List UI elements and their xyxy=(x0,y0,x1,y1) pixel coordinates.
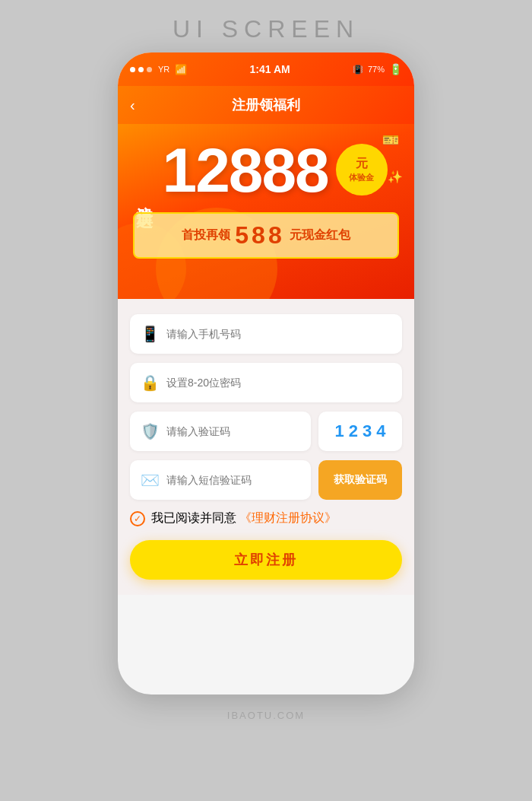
password-input-row: 🔒 xyxy=(130,363,402,402)
signal-dot-3 xyxy=(147,67,152,72)
status-right: 📳 77% 🔋 xyxy=(353,63,402,75)
sms-btn-label: 获取验证码 xyxy=(334,473,387,487)
hero-section: 🎫 🏵️ ✨ 注册送 12888 元 体验金 首投再领 588 元现金红包 xyxy=(118,124,414,299)
register-button[interactable]: 立即注册 xyxy=(130,540,402,580)
reg-label: 注册送 xyxy=(133,192,155,202)
big-number: 12888 xyxy=(163,139,328,202)
wifi-icon: 📶 xyxy=(175,64,187,75)
agreement-link[interactable]: 《理财注册协议》 xyxy=(239,511,337,524)
carrier-label: YR xyxy=(158,65,169,74)
banner-suffix: 元现金红包 xyxy=(290,227,350,243)
battery-icon: 🔋 xyxy=(389,63,402,75)
sms-input-container: ✉️ xyxy=(130,460,311,500)
signal-dot-2 xyxy=(138,67,144,72)
page-header: ‹ 注册领福利 xyxy=(118,86,414,124)
badge-sub-label: 体验金 xyxy=(349,172,374,183)
captcha-digit-2: 2 xyxy=(349,421,358,441)
badge-yuan-label: 元 xyxy=(356,156,368,172)
signal-dot-1 xyxy=(130,67,135,72)
captcha-verify-row: 🛡️ 1 2 3 4 xyxy=(130,412,402,451)
battery-label: 77% xyxy=(368,65,385,74)
captcha-input-container: 🛡️ xyxy=(130,412,311,451)
phone-frame: YR 📶 1:41 AM 📳 77% 🔋 ‹ 注册领福利 🎫 🏵️ ✨ 注册送 xyxy=(118,52,414,695)
bluetooth-icon: 📳 xyxy=(353,65,363,75)
bottom-watermark: IBAOTU.COM xyxy=(227,710,305,721)
phone-icon: 📱 xyxy=(141,325,157,343)
captcha-input[interactable] xyxy=(166,425,300,437)
banner-prefix: 首投再领 xyxy=(182,227,230,243)
register-btn-label: 立即注册 xyxy=(234,551,298,569)
experience-badge: 元 体验金 xyxy=(336,144,388,195)
captcha-digits: 1 2 3 4 xyxy=(326,421,395,441)
header-title: 注册领福利 xyxy=(232,96,300,114)
agreement-text: 我已阅读并同意 《理财注册协议》 xyxy=(151,510,337,526)
ui-screen-label: UI SCREEN xyxy=(173,15,359,43)
status-bar: YR 📶 1:41 AM 📳 77% 🔋 xyxy=(118,52,414,86)
password-input[interactable] xyxy=(166,377,391,389)
captcha-digit-3: 3 xyxy=(363,421,372,441)
sms-input[interactable] xyxy=(166,474,300,486)
time-label: 1:41 AM xyxy=(250,63,290,75)
banner-number: 588 xyxy=(235,221,284,250)
agreement-row[interactable]: 我已阅读并同意 《理财注册协议》 xyxy=(130,510,402,526)
status-left: YR 📶 xyxy=(130,64,187,75)
captcha-digit-1: 1 xyxy=(335,421,344,441)
outer-wrapper: UI SCREEN YR 📶 1:41 AM 📳 77% 🔋 ‹ 注册领福利 xyxy=(0,0,532,801)
bonus-banner: 首投再领 588 元现金红包 xyxy=(133,212,399,259)
phone-input-row: 📱 xyxy=(130,314,402,354)
envelope-icon: ✉️ xyxy=(141,471,157,489)
phone-input[interactable] xyxy=(166,328,391,340)
back-button[interactable]: ‹ xyxy=(130,97,135,114)
captcha-digit-4: 4 xyxy=(376,421,385,441)
agreement-checkbox[interactable] xyxy=(130,511,145,526)
get-sms-code-button[interactable]: 获取验证码 xyxy=(318,460,402,500)
hero-row: 注册送 12888 元 体验金 xyxy=(133,139,399,202)
form-section: 📱 🔒 🛡️ 1 2 3 4 xyxy=(118,299,414,595)
captcha-image[interactable]: 1 2 3 4 xyxy=(318,412,402,451)
sms-row: ✉️ 获取验证码 xyxy=(130,460,402,500)
lock-icon: 🔒 xyxy=(141,373,157,392)
shield-icon: 🛡️ xyxy=(141,422,157,440)
